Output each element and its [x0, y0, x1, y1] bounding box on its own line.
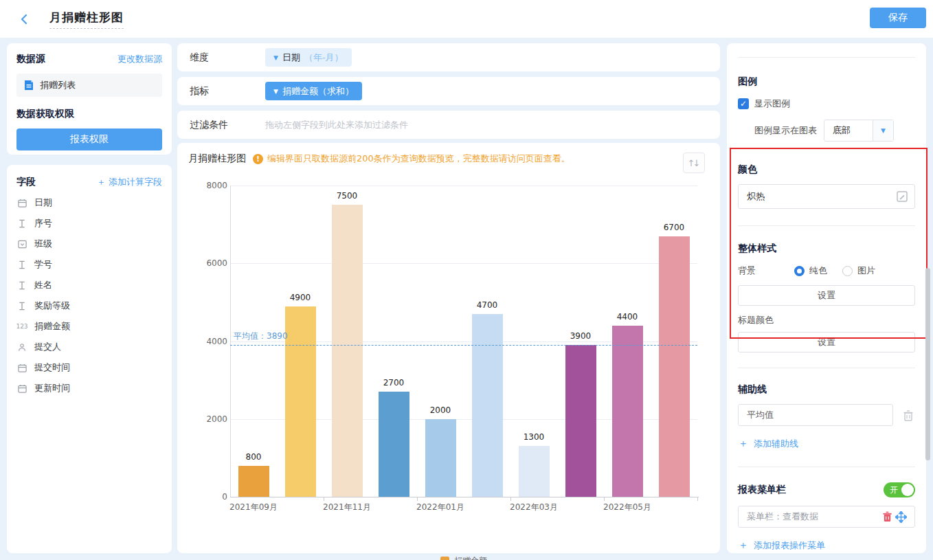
metric-chip[interactable]: ▼ 捐赠金额（求和） [265, 82, 362, 100]
dimension-row: 维度 ▼ 日期 （年-月） [177, 43, 720, 71]
sort-toggle-button[interactable]: ↑↓ [683, 153, 705, 173]
metric-label: 指标 [190, 85, 265, 98]
y-axis-tick-label: 2000 [186, 414, 227, 424]
x-axis-category-label: 2022年01月 [399, 502, 482, 513]
datasource-item[interactable]: 捐赠列表 [16, 74, 162, 97]
bar[interactable] [472, 314, 503, 497]
plus-icon: ＋ [97, 177, 109, 187]
chevron-down-icon: ▼ [273, 54, 278, 61]
x-axis-tick [510, 497, 511, 501]
legend-swatch-icon [440, 557, 449, 560]
bar-chart-plot[interactable]: 0200040006000800080049007500270020004700… [230, 186, 697, 497]
checkbox-checked-icon[interactable]: ✓ [738, 98, 749, 109]
bar-value-label: 4400 [604, 312, 651, 322]
field-item[interactable]: 班级 [16, 234, 162, 254]
field-label: 学号 [34, 258, 52, 271]
settings-scrollbar-thumb[interactable] [925, 268, 930, 460]
add-report-menu-link[interactable]: ＋ 添加报表操作菜单 [738, 539, 915, 552]
show-legend-checkbox-row[interactable]: ✓ 显示图例 [738, 98, 915, 110]
bar[interactable] [425, 419, 456, 497]
field-item[interactable]: 日期 [16, 192, 162, 213]
add-aux-line-link[interactable]: ＋ 添加辅助线 [738, 437, 915, 450]
number-icon: 123 [16, 323, 27, 330]
bar[interactable] [612, 326, 643, 497]
menu-bar-toggle[interactable]: 开 [884, 482, 915, 497]
divider [738, 57, 915, 58]
x-axis-line [230, 497, 699, 497]
change-datasource-link[interactable]: 更改数据源 [117, 53, 162, 65]
field-label: 奖励等级 [34, 300, 70, 312]
title-color-set-button[interactable]: 设置 [738, 332, 915, 352]
back-button[interactable] [15, 10, 34, 29]
background-label: 背景 [738, 265, 779, 277]
datasource-title: 数据源 [16, 53, 45, 65]
add-calc-field-link[interactable]: ＋ 添加计算字段 [97, 176, 162, 188]
bar-value-label: 6700 [651, 223, 697, 232]
bar-value-label: 800 [230, 452, 277, 462]
menu-item-row[interactable]: 菜单栏：查看数据 [738, 506, 915, 528]
bar[interactable] [565, 345, 596, 497]
show-legend-label: 显示图例 [754, 98, 790, 110]
color-section-title: 颜色 [738, 164, 915, 176]
filter-label: 过滤条件 [190, 119, 265, 131]
bar[interactable] [238, 466, 269, 497]
bg-solid-radio[interactable]: 纯色 [794, 265, 827, 277]
field-list: 日期序号班级学号姓名奖励等级123捐赠金额提交人提交时间更新时间 [16, 192, 162, 399]
datasource-item-label: 捐赠列表 [40, 79, 76, 91]
page-title-wrap[interactable]: 月捐赠柱形图 [49, 10, 124, 29]
text-icon [16, 260, 27, 269]
filter-row[interactable]: 过滤条件 拖动左侧字段到此处来添加过滤条件 [177, 111, 720, 139]
legend-position-label: 图例显示在图表 [754, 124, 817, 137]
bg-image-radio[interactable]: 图片 [842, 265, 875, 277]
field-label: 捐赠金额 [34, 320, 70, 333]
dimension-chip[interactable]: ▼ 日期 （年-月） [265, 48, 352, 67]
select-icon [16, 240, 27, 249]
x-axis-tick [324, 497, 324, 501]
aux-line-name-input[interactable]: 平均值 [738, 404, 893, 426]
field-label: 更新时间 [34, 382, 70, 394]
bar-value-label: 4900 [277, 293, 324, 302]
bar[interactable] [332, 205, 363, 497]
divider [738, 467, 915, 467]
page-title: 月捐赠柱形图 [49, 10, 124, 24]
background-set-button[interactable]: 设置 [738, 285, 915, 306]
calendar-icon [16, 199, 27, 208]
preview-warning: ! 编辑界面只取数据源前200条作为查询数据预览，完整数据请访问页面查看。 [253, 153, 570, 165]
move-menu-item-handle[interactable] [894, 511, 908, 523]
average-line-label: 平均值：3890 [234, 331, 288, 342]
legend-item[interactable]: 捐赠金额 [440, 555, 487, 560]
field-item[interactable]: 123捐赠金额 [16, 316, 162, 337]
save-button[interactable]: 保存 [870, 8, 926, 28]
field-item[interactable]: 学号 [16, 254, 162, 275]
bar[interactable] [379, 392, 409, 497]
y-axis-tick-label: 0 [186, 492, 227, 502]
legend-position-select[interactable]: 底部 ▼ [824, 120, 894, 142]
edit-pencil-icon[interactable] [897, 191, 908, 202]
bar[interactable] [285, 306, 316, 497]
filter-placeholder: 拖动左侧字段到此处来添加过滤条件 [265, 119, 408, 131]
delete-aux-line-button[interactable] [901, 410, 915, 421]
delete-menu-item-button[interactable] [880, 511, 894, 522]
chart-title: 月捐赠柱形图 [188, 153, 246, 165]
menu-section-title: 报表菜单栏 [738, 484, 786, 496]
x-axis-category-label: 2021年09月 [212, 502, 295, 513]
text-icon [16, 219, 27, 228]
field-item[interactable]: 提交时间 [16, 357, 162, 378]
style-section-title: 整体样式 [738, 243, 915, 255]
color-scheme-input[interactable]: 炽热 [738, 184, 915, 209]
field-item[interactable]: 更新时间 [16, 378, 162, 399]
field-item[interactable]: 提交人 [16, 337, 162, 357]
report-permission-button[interactable]: 报表权限 [16, 128, 162, 150]
bar[interactable] [659, 236, 690, 497]
chevron-left-icon [19, 14, 30, 25]
x-axis-category-label: 2021年11月 [306, 502, 388, 513]
field-item[interactable]: 姓名 [16, 275, 162, 295]
field-item[interactable]: 序号 [16, 213, 162, 234]
x-axis-tick [697, 497, 698, 501]
bar-value-label: 2000 [417, 405, 464, 415]
field-item[interactable]: 奖励等级 [16, 295, 162, 316]
y-axis-line [230, 186, 231, 497]
bar[interactable] [519, 446, 550, 497]
warning-icon: ! [253, 154, 263, 164]
chart-legend: 捐赠金额 [230, 555, 697, 560]
